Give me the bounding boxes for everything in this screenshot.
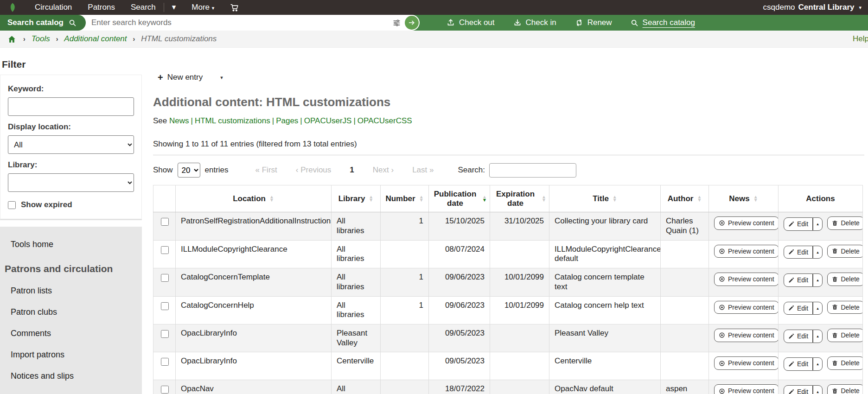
edit-button[interactable]: Edit [784, 246, 813, 259]
search-tab-label: Search catalog [7, 18, 64, 27]
see-link-news[interactable]: News [169, 116, 189, 125]
page-size-select[interactable]: 20 [178, 163, 200, 178]
table-search-input[interactable] [489, 163, 576, 178]
check-out-link[interactable]: Check out [447, 18, 495, 27]
row-checkbox[interactable] [161, 218, 169, 226]
previous-page-button[interactable]: ‹ Previous [296, 165, 332, 175]
delete-button[interactable]: Delete [827, 329, 862, 342]
user-library: Central Library [798, 3, 855, 12]
edit-dropdown-toggle[interactable]: ▴ [813, 385, 823, 394]
sidebar-menu: Tools homePatrons and circulationPatron … [0, 227, 142, 394]
column-header-library[interactable]: Library▲▼ [332, 185, 381, 212]
delete-button[interactable]: Delete [827, 245, 862, 258]
row-checkbox[interactable] [161, 386, 169, 394]
sidebar-item-patron-clubs[interactable]: Patron clubs [11, 307, 136, 317]
search-submit-button[interactable] [405, 16, 419, 30]
column-header-expiration-date[interactable]: Expiration date▲▼ [490, 185, 549, 212]
actions-cell: Edit ▴ Delete [779, 380, 863, 394]
sidebar-item-comments[interactable]: Comments [11, 329, 136, 338]
check-in-link[interactable]: Check in [513, 18, 556, 27]
cart-icon[interactable] [222, 3, 247, 12]
help-link[interactable]: Help [853, 34, 868, 44]
edit-dropdown-toggle[interactable]: ▴ [813, 302, 823, 315]
row-checkbox[interactable] [161, 330, 169, 338]
sidebar-item-notices-and-slips[interactable]: Notices and slips [11, 371, 136, 381]
logged-in-user-menu[interactable]: csqdemo Central Library ▾ [763, 3, 862, 12]
column-header-title[interactable]: Title▲▼ [549, 185, 661, 212]
see-link-opacusercss[interactable]: OPACUserCSS [357, 116, 412, 125]
edit-button[interactable]: Edit [784, 385, 813, 394]
library-cell: All libraries [332, 240, 381, 268]
delete-button[interactable]: Delete [827, 301, 862, 314]
display-location-select[interactable]: All [8, 135, 134, 154]
row-checkbox[interactable] [161, 302, 169, 310]
nav-search[interactable]: Search [123, 0, 164, 15]
library-label: Library: [8, 160, 134, 170]
preview-content-button[interactable]: Preview content [714, 273, 779, 286]
edit-dropdown-toggle[interactable]: ▴ [813, 246, 823, 259]
delete-button[interactable]: Delete [827, 273, 862, 286]
column-header-author[interactable]: Author▲▼ [661, 185, 709, 212]
breadcrumb-additional-content[interactable]: Additional content [64, 34, 127, 44]
column-header-publication-date[interactable]: Publication date▲▼ [429, 185, 490, 212]
delete-button[interactable]: Delete [827, 216, 862, 230]
row-checkbox[interactable] [161, 274, 169, 282]
preview-content-button[interactable]: Preview content [714, 301, 779, 314]
preview-content-button[interactable]: Preview content [714, 329, 779, 342]
search-catalog-tab[interactable]: Search catalog [0, 15, 86, 31]
first-page-button[interactable]: « First [255, 165, 277, 175]
see-link-pages[interactable]: Pages [276, 116, 298, 125]
edit-button[interactable]: Edit [784, 273, 813, 287]
column-header-actions: Actions [779, 185, 863, 212]
expiration-date-cell [490, 380, 549, 394]
edit-dropdown-toggle[interactable]: ▴ [813, 217, 823, 231]
sidebar-item-patron-lists[interactable]: Patron lists [11, 286, 136, 296]
koha-logo-icon[interactable] [7, 2, 19, 13]
edit-button[interactable]: Edit [784, 330, 813, 343]
number-cell [381, 324, 429, 352]
next-page-button[interactable]: Next › [373, 165, 394, 175]
table-row: OpacLibraryInfo Centerville 09/05/2023 C… [153, 352, 863, 380]
edit-button[interactable]: Edit [784, 217, 813, 231]
renew-icon [575, 19, 583, 27]
see-link-opacuserjs[interactable]: OPACUserJS [304, 116, 352, 125]
trash-icon [832, 360, 838, 366]
delete-button[interactable]: Delete [827, 356, 862, 370]
nav-search-dropdown-caret-icon[interactable]: ▾ [164, 0, 184, 15]
edit-button[interactable]: Edit [784, 302, 813, 315]
show-expired-checkbox[interactable] [8, 201, 16, 209]
new-entry-button[interactable]: + New entry [155, 71, 205, 84]
column-header-location[interactable]: Location▲▼ [176, 185, 332, 212]
column-header-number[interactable]: Number▲▼ [381, 185, 429, 212]
library-select[interactable] [8, 173, 134, 192]
row-checkbox[interactable] [161, 358, 169, 366]
nav-circulation[interactable]: Circulation [27, 0, 80, 15]
edit-dropdown-toggle[interactable]: ▴ [813, 357, 823, 371]
edit-dropdown-toggle[interactable]: ▴ [813, 330, 823, 343]
edit-button[interactable]: Edit [784, 357, 813, 371]
home-icon[interactable] [7, 35, 16, 44]
edit-dropdown-toggle[interactable]: ▴ [813, 273, 823, 287]
nav-more[interactable]: More ▾ [184, 0, 222, 15]
preview-content-button[interactable]: Preview content [714, 245, 779, 258]
catalog-search-input[interactable] [86, 16, 389, 30]
title-cell: Catalog concern help text [549, 296, 661, 324]
top-menu: Circulation Patrons Search ▾ More ▾ [27, 0, 247, 15]
preview-content-button[interactable]: Preview content [714, 356, 779, 370]
nav-patrons[interactable]: Patrons [80, 0, 123, 15]
sidebar-item-tools-home[interactable]: Tools home [11, 240, 136, 249]
sidebar-item-import-patrons[interactable]: Import patrons [11, 350, 136, 360]
search-catalog-link[interactable]: Search catalog [631, 18, 695, 27]
breadcrumb-tools[interactable]: Tools [32, 34, 50, 44]
row-checkbox[interactable] [161, 246, 169, 254]
preview-content-button[interactable]: Preview content [714, 216, 779, 230]
keyword-input[interactable] [8, 97, 134, 116]
renew-link[interactable]: Renew [575, 18, 612, 27]
preview-content-button[interactable]: Preview content [714, 384, 779, 394]
see-link-html-customizations[interactable]: HTML customizations [195, 116, 270, 125]
search-options-icon[interactable] [389, 19, 405, 27]
new-entry-dropdown-toggle[interactable]: ▾ [217, 73, 226, 83]
last-page-button[interactable]: Last » [412, 165, 434, 175]
delete-button[interactable]: Delete [827, 384, 862, 394]
column-header-news[interactable]: News▲▼ [709, 185, 779, 212]
